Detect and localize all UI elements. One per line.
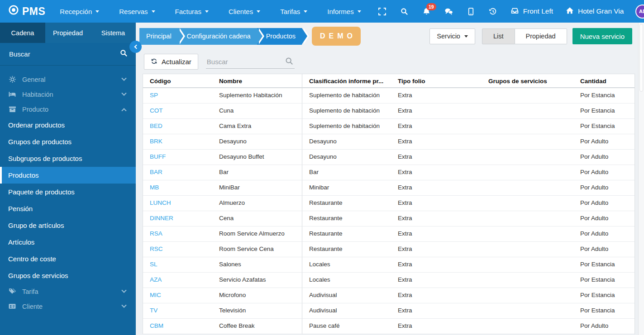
product-code-link[interactable]: SL: [143, 257, 212, 273]
mobile-device-button[interactable]: [460, 8, 482, 15]
product-code-link[interactable]: LUNCH: [143, 196, 212, 211]
product-code-link[interactable]: BAR: [143, 165, 212, 180]
product-code-link[interactable]: SP: [143, 88, 212, 104]
product-code-link[interactable]: CBM: [143, 319, 212, 334]
table-cell: Restaurante: [302, 226, 391, 242]
scrollbar-thumb[interactable]: [639, 24, 643, 92]
sidebar-section-general[interactable]: General: [0, 72, 136, 87]
table-cell: [482, 88, 573, 104]
sidebar-section-producto[interactable]: Producto: [0, 102, 136, 117]
product-code-link[interactable]: RSA: [143, 226, 212, 242]
sidebar-item-ordenar-productos[interactable]: Ordenar productos: [0, 117, 136, 133]
fullscreen-button[interactable]: [371, 8, 393, 15]
sidebar-section-label: Tarifa: [22, 288, 38, 295]
sidebar-item-productos[interactable]: Productos: [0, 167, 136, 184]
table-cell: Bar: [302, 165, 391, 180]
sidebar-collapse-button[interactable]: [129, 41, 142, 53]
product-code-link[interactable]: TV: [143, 303, 212, 319]
table-cell: Suplemento de habitación: [302, 104, 391, 119]
product-code-link[interactable]: COT: [143, 104, 212, 119]
search-icon: [120, 49, 128, 59]
product-code-link[interactable]: MIC: [143, 288, 212, 303]
brand-logo[interactable]: PMS: [8, 5, 45, 18]
nav-item-facturas[interactable]: Facturas: [165, 0, 219, 23]
product-code-link[interactable]: BUFF: [143, 150, 212, 165]
history-button[interactable]: [482, 8, 504, 15]
sidebar-tabs: CadenaPropiedadSistema: [0, 23, 136, 43]
sidebar-item-grupos-de-productos[interactable]: Grupos de productos: [0, 133, 136, 150]
sidebar-item-paquete-de-productos[interactable]: Paquete de productos: [0, 184, 136, 200]
table-cell: Por Adulto: [573, 211, 634, 226]
table-cell: Por Adulto: [573, 226, 634, 242]
global-search-button[interactable]: [393, 8, 415, 15]
avatar[interactable]: AD: [635, 5, 644, 19]
table-cell: Desayuno Buffet: [212, 150, 302, 165]
table-cell: Por Estancia: [573, 257, 634, 273]
product-code-link[interactable]: DINNER: [143, 211, 212, 226]
sidebar-section-cliente[interactable]: Cliente: [0, 299, 136, 314]
sidebar-item-articulos[interactable]: Artículos: [0, 234, 136, 250]
table-search-input[interactable]: [206, 55, 295, 69]
view-button-list[interactable]: List: [482, 28, 515, 44]
nav-item-informes[interactable]: Informes: [317, 0, 371, 23]
nav-item-clientes[interactable]: Clientes: [219, 0, 270, 23]
chat-icon: [444, 8, 453, 15]
table-row: COTCunaSuplemento de habitaciónExtraPor …: [143, 104, 634, 119]
sidebar-section-habitacion[interactable]: Habitación: [0, 87, 136, 102]
nav-item-label: Recepción: [60, 8, 92, 15]
breadcrumb-item-configuracion-cadena[interactable]: Configuración cadena: [178, 28, 257, 45]
nav-item-reservas[interactable]: Reservas: [109, 0, 165, 23]
chevron-up-icon: [121, 108, 126, 113]
hotel-selector[interactable]: Hotel Gran Via: [559, 7, 630, 16]
messages-button[interactable]: [438, 8, 460, 15]
vertical-scrollbar[interactable]: [638, 23, 644, 335]
table-cell: Extra: [391, 119, 482, 134]
new-service-button[interactable]: Nueva servicio: [572, 28, 632, 44]
breadcrumb-item-principal[interactable]: Principal: [139, 28, 178, 45]
sidebar-item-centro-de-coste[interactable]: Centro de coste: [0, 250, 136, 267]
table-cell: [482, 180, 573, 196]
sidebar-search-input[interactable]: [8, 50, 120, 58]
nav-item-recepcion[interactable]: Recepción: [50, 0, 109, 23]
notification-badge: 19: [426, 3, 436, 11]
front-office-label: Front Left: [523, 7, 553, 15]
table-cell: Desayuno: [212, 134, 302, 150]
chevron-down-icon: [95, 10, 99, 13]
refresh-button[interactable]: Actualizar: [144, 54, 198, 70]
notifications-button[interactable]: 19: [415, 8, 438, 15]
table-row: LUNCHAlmuerzoRestauranteExtraPor Adulto: [143, 196, 634, 211]
sidebar-tab-cadena[interactable]: Cadena: [0, 23, 45, 43]
product-code-link[interactable]: AZA: [143, 273, 212, 288]
product-code-link[interactable]: BRK: [143, 134, 212, 150]
column-header-tipo-folio: Tipo folio: [391, 74, 482, 88]
table-cell: Extra: [391, 134, 482, 150]
sidebar-item-grupo-de-articulos[interactable]: Grupo de artículos: [0, 217, 136, 234]
table-cell: Por Adulto: [573, 165, 634, 180]
chevron-down-icon: [464, 35, 468, 38]
history-icon: [489, 8, 497, 15]
product-code-link[interactable]: RSC: [143, 242, 212, 257]
sidebar-tab-sistema[interactable]: Sistema: [91, 23, 136, 43]
sidebar-item-subgrupos-de-productos[interactable]: Subgrupos de productos: [0, 150, 136, 167]
sidebar-item-pension[interactable]: Pensión: [0, 200, 136, 217]
main-menu: RecepciónReservasFacturasClientesTarifas…: [50, 0, 371, 23]
product-code-link[interactable]: MB: [143, 180, 212, 196]
table-cell: Extra: [391, 303, 482, 319]
table-cell: Por Estancia: [573, 273, 634, 288]
chevron-down-icon: [152, 10, 155, 13]
view-button-propiedad[interactable]: Propiedad: [515, 28, 567, 44]
table-cell: Restaurante: [302, 196, 391, 211]
chevron-down-icon: [121, 302, 126, 307]
table-row: RSCRoom Service CenaRestauranteExtraPor …: [143, 242, 634, 257]
service-type-dropdown[interactable]: Servicio: [429, 28, 475, 44]
sidebar-tab-propiedad[interactable]: Propiedad: [45, 23, 91, 43]
table-cell: Extra: [391, 150, 482, 165]
product-code-link[interactable]: BED: [143, 119, 212, 134]
table-cell: Por Adulto: [573, 180, 634, 196]
sidebar-item-grupos-de-servicios[interactable]: Grupos de servicios: [0, 267, 136, 284]
front-office-selector[interactable]: Front Left: [504, 7, 559, 16]
breadcrumb: PrincipalConfiguración cadenaProductos: [139, 28, 302, 45]
sidebar-section-tarifa[interactable]: Tarifa: [0, 284, 136, 299]
table-row: AZAServicio AzafatasLocalesExtraPor Esta…: [143, 273, 634, 288]
nav-item-tarifas[interactable]: Tarifas: [270, 0, 317, 23]
